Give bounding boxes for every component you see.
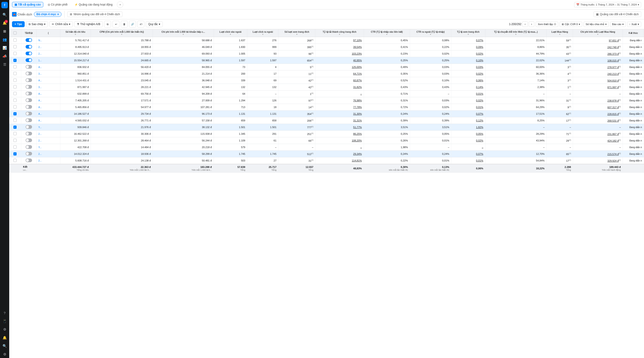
row-toggle[interactable] <box>21 131 36 137</box>
row-name[interactable]: A... <box>36 111 60 117</box>
col-cpm[interactable]: CPM (Chi phí trên mỗi 1.000 lần hiển thị… <box>90 29 152 37</box>
table-row[interactable]: 2... 8.495.913 đ 18.955 đ 46.049 đ 1.830… <box>9 44 644 50</box>
row-name[interactable]: 2... <box>36 131 60 137</box>
col-cpp[interactable]: Chi phí trên mỗi 1.000 tài khoản tiếp c.… <box>153 29 214 37</box>
row-checkbox[interactable] <box>9 97 21 104</box>
row-name[interactable]: A... <box>36 117 60 124</box>
row-toggle[interactable] <box>21 84 36 90</box>
row-name[interactable]: 2... <box>36 151 60 157</box>
row-name[interactable]: 2... <box>36 44 60 50</box>
row-name[interactable]: 2... <box>36 137 60 144</box>
sidebar-icon-chart[interactable]: 📊 <box>1 44 8 52</box>
sidebar-icon-settings[interactable]: ⚙ <box>1 326 8 333</box>
create-button[interactable]: + Tạo <box>12 21 25 27</box>
row-toggle[interactable] <box>21 117 36 124</box>
row-checkbox[interactable]: ✓ <box>9 124 21 131</box>
ab-test-button[interactable]: ⚗ Thử nghiệm A/B <box>74 21 103 27</box>
row-name[interactable]: A... <box>36 97 60 104</box>
col-name[interactable]: ( <box>36 29 60 37</box>
sidebar-icon-notifications[interactable]: 🔔2 <box>1 19 8 27</box>
tag-button[interactable]: 🏷 <box>137 21 144 28</box>
table-row[interactable]: A... 632.899 đ 69.756 đ 94.209 đ 64 – 1[… <box>9 90 644 97</box>
row-toggle[interactable] <box>21 44 36 50</box>
tab-distributed[interactable]: ◎ Có phân phối <box>45 2 70 7</box>
table-row[interactable]: 3... 871.997 đ 28.221 đ 42.945 đ 132 132… <box>9 84 644 90</box>
col-views[interactable]: Số lượt xem trang đích▼ <box>278 29 315 37</box>
row-toggle[interactable] <box>21 77 36 84</box>
row-checkbox[interactable] <box>9 37 21 44</box>
row-name[interactable]: 3... <box>36 84 60 90</box>
col-clicks-out[interactable]: Lượt click ra ngoài▼ <box>247 29 278 37</box>
sidebar-icon-menu[interactable]: ☰ <box>1 61 8 68</box>
table-row[interactable]: A... 836.932 đ 56.420 đ 84.055 đ 73 4 5[… <box>9 64 644 70</box>
table-row[interactable]: A... 7.405.205 đ 17.571 đ 27.009 đ 1.294… <box>9 97 644 104</box>
tab-active-ads[interactable]: ⚡ Quảng cáo đang hoạt động <box>72 2 115 7</box>
col-setting-button[interactable]: ⊞ Cột: CVR 0 ▾ <box>560 22 582 27</box>
next-page-button[interactable]: › <box>529 21 534 27</box>
row-toggle[interactable] <box>21 111 36 117</box>
table-row[interactable]: Y... 422.708 đ 14.484 đ 20.218 đ 579 – –… <box>9 144 644 151</box>
sidebar-icon-search[interactable]: 🔍 <box>1 11 8 18</box>
row-toggle[interactable] <box>21 137 36 144</box>
row-name[interactable]: A... <box>36 77 60 84</box>
col-status[interactable]: Kết thúc <box>623 29 644 37</box>
col-toggle[interactable]: Tắt/Bật <box>21 29 36 37</box>
prev-page-button[interactable]: ‹ <box>522 21 528 27</box>
sidebar-icon-users[interactable]: 👥 <box>1 36 8 43</box>
sidebar-icon-grid[interactable]: ⊞ <box>1 28 8 35</box>
row-checkbox[interactable]: ✓ <box>9 111 21 117</box>
row-toggle[interactable] <box>21 64 36 70</box>
selected-badge[interactable]: Đã chọn 4 mục × <box>34 12 62 17</box>
row-toggle[interactable] <box>21 50 36 57</box>
row-toggle[interactable] <box>21 151 36 157</box>
row-name[interactable]: Y... <box>36 144 60 151</box>
row-toggle[interactable] <box>21 57 36 64</box>
row-name[interactable]: N... <box>36 37 60 44</box>
row-name[interactable]: A... <box>36 64 60 70</box>
table-row[interactable]: 2... 12.314.040 đ 27.933 đ 69.093 đ 1.00… <box>9 50 644 57</box>
row-checkbox[interactable] <box>9 137 21 144</box>
data-small-button[interactable]: Số liệu chia nhỏ ▾ <box>584 22 609 27</box>
close-icon[interactable]: × <box>57 12 59 16</box>
tab-all-ads[interactable]: ▦ Tất cả quảng cáo <box>12 2 43 7</box>
row-name[interactable]: 3... <box>36 70 60 77</box>
table-row[interactable]: N... 5.761.417 đ 15.788 đ 58.688 đ 1.637… <box>9 37 644 44</box>
row-name[interactable]: A... <box>36 90 60 97</box>
undo-button[interactable]: ↩ <box>112 21 120 28</box>
col-checkbox[interactable] <box>9 29 21 37</box>
row-name[interactable]: Y... <box>36 124 60 131</box>
table-row[interactable]: A... 1.514.431 đ 23.045 đ 36.048 đ 339 6… <box>9 77 644 84</box>
view-settings-button[interactable]: Xem thiết lập <box>536 22 558 27</box>
sidebar-icon-megaphone[interactable]: 📣 <box>1 52 8 60</box>
add-tab-button[interactable]: + <box>117 1 123 8</box>
row-checkbox[interactable] <box>9 90 21 97</box>
row-toggle[interactable] <box>21 157 36 164</box>
table-row[interactable]: ✓ 1... 15.554.217 đ 24.665 đ 58.965 đ 1.… <box>9 57 644 64</box>
row-checkbox[interactable] <box>9 84 21 90</box>
rules-button[interactable]: Quy tắc ▾ <box>146 21 163 27</box>
table-row[interactable]: 2... 16.462.522 đ 30.306 đ 115.938 đ 1.3… <box>9 131 644 137</box>
row-checkbox[interactable] <box>9 131 21 137</box>
row-toggle[interactable] <box>21 124 36 131</box>
row-name[interactable]: 2... <box>36 50 60 57</box>
row-toggle[interactable] <box>21 104 36 111</box>
sidebar-icon-help[interactable]: ? <box>1 309 8 317</box>
row-checkbox[interactable] <box>9 144 21 151</box>
row-checkbox[interactable] <box>9 50 21 57</box>
row-toggle[interactable] <box>21 70 36 77</box>
table-row[interactable]: 3... 960.851 đ 16.996 đ 21.214 đ 200 17 … <box>9 70 644 77</box>
link-button[interactable]: 🔗 <box>129 21 136 28</box>
row-checkbox[interactable] <box>9 64 21 70</box>
date-range[interactable]: 📅 Tháng trước: 1 Tháng 7, 2024 – 31 Thán… <box>574 2 641 7</box>
row-checkbox[interactable]: ✓ <box>9 151 21 157</box>
row-name[interactable]: 1... <box>36 57 60 64</box>
copy-button[interactable]: ⧉ Sao chép ▾ <box>26 21 48 27</box>
report-button[interactable]: Báo cáo ▾ <box>610 22 626 27</box>
row-toggle[interactable] <box>21 144 36 151</box>
row-toggle[interactable] <box>21 37 36 44</box>
col-cpp2[interactable]: Chi phí trên mỗi Lượt Mua Hàng▼ <box>573 29 623 37</box>
row-checkbox[interactable] <box>9 44 21 50</box>
row-checkbox[interactable] <box>9 70 21 77</box>
row-name[interactable]: A... <box>36 104 60 111</box>
table-row[interactable]: ✓ A... 14.186.527 đ 29.734 đ 96.173 đ 1.… <box>9 111 644 117</box>
